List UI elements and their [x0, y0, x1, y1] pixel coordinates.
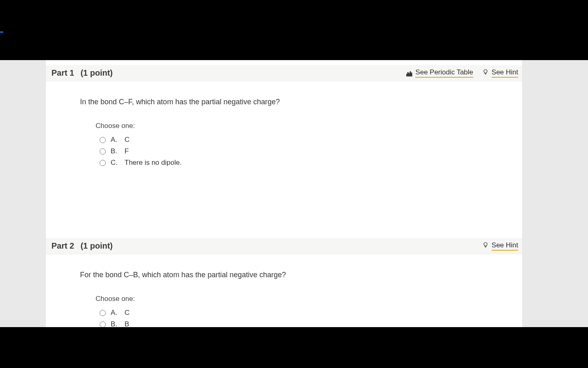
radio-unchecked [100, 137, 106, 143]
part1-label: Part 1 [51, 68, 74, 77]
lightbulb-icon [482, 242, 489, 250]
svg-rect-2 [409, 73, 410, 76]
see-hint-link-part2[interactable]: See Hint [482, 241, 518, 251]
radio-unchecked [100, 310, 106, 316]
part1-header-links: See Periodic Table See Hint [406, 68, 518, 78]
part2-option-b[interactable]: B. B [100, 319, 488, 327]
option-text: There is no dipole. [125, 159, 182, 167]
see-periodic-table-text: See Periodic Table [415, 68, 473, 78]
part1-option-b[interactable]: B. F [100, 146, 488, 157]
lightbulb-icon [482, 69, 489, 77]
spacer [80, 168, 488, 238]
option-text: F [125, 147, 129, 155]
part2-header-links: See Hint [482, 241, 518, 251]
see-hint-link-part1[interactable]: See Hint [482, 68, 518, 78]
radio-unchecked [100, 148, 106, 155]
part2-option-a[interactable]: A. C [100, 307, 488, 319]
svg-rect-4 [411, 73, 412, 76]
option-text: C [125, 136, 129, 144]
accent-sliver [0, 31, 3, 33]
option-letter: B. [111, 147, 120, 155]
part2-header: Part 2 (1 point) See Hint [46, 238, 522, 254]
svg-rect-1 [408, 72, 408, 76]
see-periodic-table-link[interactable]: See Periodic Table [406, 68, 473, 78]
bottom-banner [0, 327, 588, 368]
part2-prompt: For the bond C–B, which atom has the par… [80, 271, 488, 279]
part2-label: Part 2 [51, 241, 74, 250]
option-letter: A. [111, 309, 120, 317]
option-text: C [125, 309, 129, 317]
part2-choose-label: Choose one: [96, 295, 488, 303]
see-hint-text-part2: See Hint [492, 241, 518, 251]
part1-option-c[interactable]: C. There is no dipole. [100, 157, 488, 168]
part1-choose-label: Choose one: [96, 122, 488, 130]
radio-unchecked [100, 160, 106, 166]
part1-prompt: In the bond C–F, which atom has the part… [80, 98, 488, 106]
svg-rect-0 [406, 74, 407, 76]
option-letter: B. [111, 320, 120, 327]
option-text: B [125, 320, 129, 327]
part1-title: Part 1 (1 point) [51, 68, 113, 78]
part1-option-a[interactable]: A. C [100, 134, 488, 146]
option-letter: A. [111, 136, 120, 144]
part1-header: Part 1 (1 point) See Periodic Table [46, 65, 522, 81]
content-sheet: Part 1 (1 point) See Periodic Table [46, 60, 522, 327]
option-letter: C. [111, 159, 120, 167]
part2-options: A. C B. B C. There is no dipole. [100, 307, 488, 327]
radio-unchecked [100, 321, 106, 328]
part1-options: A. C B. F C. There is no dipole. [100, 134, 488, 168]
part1-points: (1 point) [80, 68, 113, 77]
svg-rect-3 [410, 72, 411, 76]
part2-title: Part 2 (1 point) [51, 241, 113, 251]
periodic-table-icon [406, 70, 412, 76]
see-hint-text-part1: See Hint [492, 68, 518, 78]
part2-points: (1 point) [80, 241, 113, 250]
top-banner [0, 0, 588, 60]
